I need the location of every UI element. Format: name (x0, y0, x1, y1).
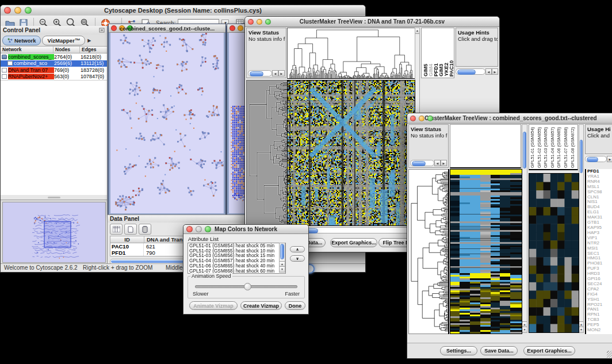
scroll-down-icon[interactable]: ▼ (522, 327, 527, 332)
scroll-down-icon[interactable]: ▼ (579, 327, 583, 332)
minimize-button[interactable] (14, 7, 21, 14)
new-attribute-icon[interactable] (124, 224, 137, 235)
scroll-right-icon[interactable]: ▶ (441, 160, 447, 166)
done-button[interactable]: Done (285, 301, 305, 310)
network-view-frame: combined_scores_good.txt--cluste... (108, 24, 226, 216)
scroll-up-icon[interactable]: ▲ (415, 28, 419, 34)
move-up-button[interactable]: ∧ (290, 246, 305, 252)
network-edges-cell: 183728(0) (81, 67, 107, 73)
tv2-settings-button[interactable]: Settings... (440, 346, 477, 355)
tv2-heatmap-global[interactable] (450, 169, 522, 334)
attribute-list-item[interactable]: GPL51-07 (GSM868) heat shock 60 min (188, 269, 285, 274)
scroll-left-icon[interactable]: ◀ (434, 160, 441, 166)
tv2-row-dendrogram[interactable] (408, 169, 449, 334)
treeview2-titlebar[interactable]: ClusterMaker TreeView : combined_scores_… (407, 113, 612, 124)
tv2-divider (448, 169, 449, 334)
scroll-right-icon[interactable]: ▶ (278, 70, 285, 76)
tv1-column-label[interactable]: PAC10 (449, 60, 454, 76)
tab-overflow-arrow[interactable]: ▶ (87, 38, 91, 43)
tv2-minimize-button[interactable] (419, 116, 424, 121)
network-frame-titlebar[interactable]: combined_scores_good.txt--cluste... (109, 24, 225, 33)
tv1-column-dendrogram[interactable] (287, 28, 415, 79)
tv2-column-label[interactable]: GPL51-06 (GSM865) (557, 127, 561, 168)
scroll-left-icon[interactable]: ◀ (272, 70, 278, 76)
network-edges-cell: 16218(0) (81, 54, 107, 60)
network-nodes-cell: 2569(6) (54, 60, 81, 66)
animate-vizmap-button[interactable]: Animate Vizmap (189, 301, 238, 310)
treeview1-titlebar[interactable]: ClusterMaker TreeView : DNA and Tran 07-… (245, 17, 499, 27)
scroll-left-icon[interactable]: ◀ (485, 68, 492, 75)
panel-resize-handle[interactable] (1, 195, 107, 200)
tv2-column-dendrogram-area[interactable] (450, 124, 521, 168)
move-down-button[interactable]: ∨ (290, 255, 305, 262)
dialog-titlebar[interactable]: Map Colors to Network (183, 225, 308, 234)
tv2-column-label[interactable]: GPL51-02 (GSM855) (537, 127, 542, 168)
network-frame-title: combined_scores_good.txt--cluste... (109, 25, 225, 32)
network-list-row[interactable]: RNAPuberNov2+563(0)107847(0) (1, 74, 107, 81)
delete-attribute-icon[interactable] (139, 224, 151, 235)
tab-network[interactable]: Network (2, 36, 41, 45)
tv2-column-label[interactable]: GPL51-03 (GSM856) (544, 127, 548, 168)
attribute-value-cell: 790 (144, 250, 155, 256)
tv2-export-graphics-button[interactable]: Export Graphics... (523, 346, 575, 355)
tab-vizmapper[interactable]: VizMapper™ (42, 36, 85, 45)
tv1-usage-title: Usage Hints (458, 29, 489, 36)
tv2-zoom-scrollbar[interactable]: ▲ ▼ (579, 124, 584, 333)
tv2-usage-scrollbar[interactable]: ▶ (585, 156, 612, 162)
tv2-heatmap-scrollbar[interactable]: ▲ ▼ (522, 124, 527, 333)
zoom-button[interactable] (25, 7, 32, 14)
cytoscape-titlebar[interactable]: Cytoscape Desktop (Session Name: collins… (1, 5, 365, 16)
tv1-usage-scrollbar[interactable]: ◀ ▶ (456, 68, 498, 75)
create-vizmap-button[interactable]: Create Vizmap (240, 301, 282, 310)
tv1-view-status-title: View Status (248, 29, 279, 36)
tv2-close-button[interactable] (410, 116, 416, 121)
tv2-status-scrollbar[interactable]: ◀ ▶ (410, 160, 447, 166)
animation-speed-slider[interactable] (195, 285, 297, 288)
tv2-resize-grip[interactable] (607, 351, 612, 358)
treeview-window-2: ClusterMaker TreeView : combined_scores_… (407, 113, 612, 359)
tv1-column-labels: GIM5GIM4PFD1GIM3YKE2PAC10 (421, 28, 454, 78)
control-panel: Control Panel Network VizMapper™ ▶ Netwo… (1, 26, 108, 264)
network-tab-icon (7, 38, 13, 43)
tv2-save-data-button[interactable]: Save Data... (480, 346, 518, 355)
tv1-row-dendrogram[interactable] (246, 80, 288, 226)
frame2-close-button[interactable] (230, 25, 235, 31)
tv2-zoom-button[interactable] (427, 116, 433, 121)
attribute-list-scrollbar[interactable]: ▲ ▼ (279, 243, 285, 273)
network-list: combined_scores_2764(0)16218(0)combined_… (1, 53, 107, 80)
tv1-minimize-button[interactable] (257, 19, 262, 25)
birdseye-view-canvas[interactable] (2, 202, 106, 263)
attribute-select-icon[interactable] (110, 224, 123, 235)
slider-thumb[interactable] (244, 283, 251, 290)
tv1-zoom-button[interactable] (265, 19, 271, 25)
tv1-export-graphics-button[interactable]: Export Graphics... (330, 238, 377, 247)
id-column-header[interactable]: ID (110, 236, 144, 243)
birdseye-view-panel (1, 200, 107, 264)
tv2-column-label[interactable]: GPL51-08 (GSM872) (571, 127, 575, 168)
scroll-down-icon[interactable]: ▼ (280, 266, 285, 272)
tv2-column-label[interactable]: GPL51-07 (GSM868) (564, 127, 568, 168)
tv2-usage-text: Click and (586, 132, 612, 139)
network-list-row[interactable]: combined_sco2569(6)13112(15) (1, 60, 107, 67)
tv2-usage-title: Usage Hi (587, 126, 611, 132)
network-edges-cell: 13112(15) (81, 60, 107, 66)
network-list-row[interactable]: combined_scores_2764(0)16218(0) (1, 53, 107, 60)
scroll-right-icon[interactable]: ▶ (607, 156, 612, 162)
network-list-row[interactable]: DNA and Tran 07769(0)183728(0) (1, 67, 107, 74)
tv1-close-button[interactable] (248, 19, 254, 25)
tv2-gene-item[interactable]: MON2 (587, 328, 612, 333)
treeview2-title: ClusterMaker TreeView : combined_scores_… (407, 115, 612, 121)
tv2-column-label[interactable]: GPL51-04 (GSM857) (550, 127, 555, 168)
tv2-column-label[interactable]: GPL51-01 (GSM854) (530, 127, 535, 168)
frame2-minimize-button[interactable] (238, 25, 243, 31)
close-button[interactable] (4, 7, 11, 14)
tv1-heatmap-global[interactable] (287, 80, 415, 226)
attribute-id-cell: PFD1 (110, 250, 144, 256)
network-view-canvas[interactable] (110, 33, 224, 212)
treeview1-title: ClusterMaker TreeView : DNA and Tran 07-… (245, 18, 499, 25)
scroll-right-icon[interactable]: ▶ (492, 68, 498, 75)
tv1-status-scrollbar[interactable]: ◀ ▶ (248, 70, 285, 76)
tv2-heatmap-zoom[interactable] (529, 173, 579, 333)
tv2-usage-hints-panel: Usage Hi Click and (585, 124, 612, 154)
float-panel-icon[interactable] (99, 28, 105, 33)
